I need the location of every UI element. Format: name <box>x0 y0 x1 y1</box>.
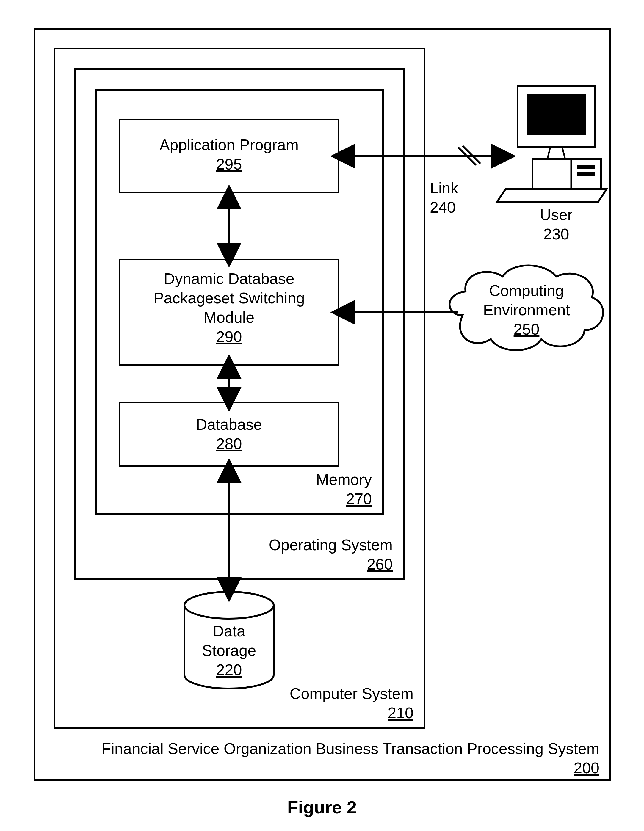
memory-ref: 270 <box>346 490 372 508</box>
application-program-label: Application Program 295 <box>119 135 339 174</box>
outer-system-ref: 200 <box>574 759 599 777</box>
link-text: Link <box>430 179 458 197</box>
data-storage-line1: Data <box>213 622 245 640</box>
user-text: User <box>540 206 572 223</box>
computer-system-text: Computer System <box>290 685 413 702</box>
memory-label: Memory 270 <box>95 470 372 509</box>
dbps-ref: 290 <box>216 328 242 345</box>
data-storage-line2: Storage <box>202 642 256 659</box>
env-ref: 250 <box>514 321 540 338</box>
dbps-line3: Module <box>204 309 255 326</box>
user-label: User 230 <box>512 205 601 244</box>
diagram-canvas: Financial Service Organization Business … <box>0 0 644 831</box>
computer-system-ref: 210 <box>387 704 413 721</box>
operating-system-text: Operating System <box>269 536 393 554</box>
data-storage-ref: 220 <box>216 661 242 678</box>
dbps-line2: Packageset Switching <box>153 290 305 307</box>
env-line2: Environment <box>483 301 570 318</box>
operating-system-label: Operating System 260 <box>74 535 393 574</box>
application-program-ref: 295 <box>216 156 242 173</box>
application-program-text: Application Program <box>159 136 299 153</box>
figure-caption: Figure 2 <box>0 797 644 818</box>
memory-text: Memory <box>316 471 372 488</box>
database-ref: 280 <box>216 435 242 452</box>
outer-system-label: Financial Service Organization Business … <box>49 739 599 778</box>
link-label: Link 240 <box>430 178 483 217</box>
database-label: Database 280 <box>119 415 339 454</box>
link-ref: 240 <box>430 199 456 216</box>
operating-system-ref: 260 <box>367 556 393 573</box>
outer-system-text: Financial Service Organization Business … <box>102 740 599 757</box>
computing-environment-label: Computing Environment 250 <box>467 281 586 339</box>
data-storage-label: Data Storage 220 <box>185 622 274 680</box>
computer-system-label: Computer System 210 <box>54 684 413 723</box>
env-line1: Computing <box>489 282 564 299</box>
database-text: Database <box>196 416 262 433</box>
dbps-module-label: Dynamic Database Packageset Switching Mo… <box>119 269 339 347</box>
figure-caption-text: Figure 2 <box>287 798 357 817</box>
user-ref: 230 <box>544 226 569 243</box>
dbps-line1: Dynamic Database <box>164 270 294 287</box>
